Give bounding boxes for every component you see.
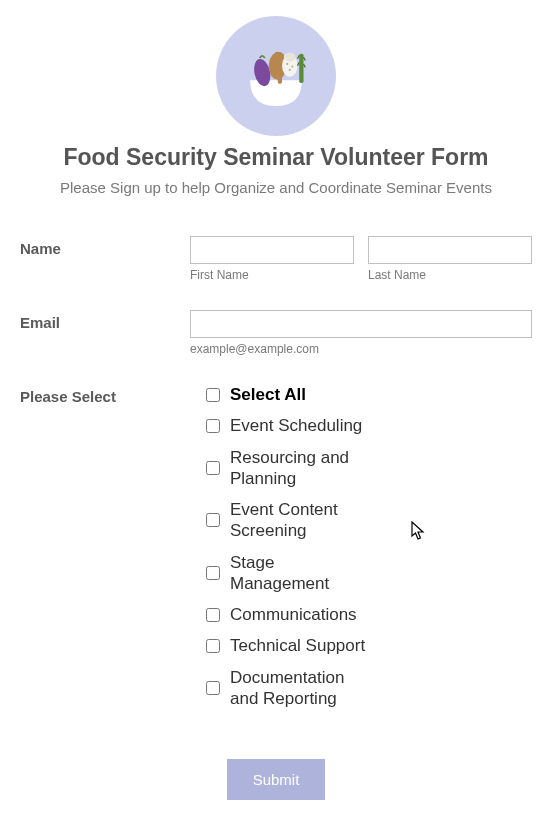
checkbox-row: Documentation and Reporting <box>206 667 532 710</box>
checkbox-row: Select All <box>206 384 532 405</box>
checkbox-option-3[interactable] <box>206 513 220 527</box>
checkbox-option-4[interactable] <box>206 566 220 580</box>
select-field-row: Please Select Select AllEvent Scheduling… <box>20 384 532 719</box>
checkbox-label: Select All <box>230 384 306 405</box>
checkbox-label: Resourcing and Planning <box>230 447 370 490</box>
first-name-input[interactable] <box>190 236 354 264</box>
email-sublabel: example@example.com <box>190 342 532 356</box>
email-field-row: Email example@example.com <box>20 310 532 356</box>
checkbox-row: Event Scheduling <box>206 415 532 436</box>
checkbox-option-5[interactable] <box>206 608 220 622</box>
last-name-sublabel: Last Name <box>368 268 532 282</box>
checkbox-option-0[interactable] <box>206 388 220 402</box>
checkbox-option-6[interactable] <box>206 639 220 653</box>
checkbox-option-1[interactable] <box>206 419 220 433</box>
name-field-row: Name First Name Last Name <box>20 236 532 282</box>
name-label: Name <box>20 236 190 257</box>
submit-button[interactable]: Submit <box>227 759 326 800</box>
svg-rect-1 <box>278 72 282 84</box>
checkbox-row: Event Content Screening <box>206 499 532 542</box>
checkbox-row: Communications <box>206 604 532 625</box>
svg-point-4 <box>286 63 288 65</box>
food-bowl-icon <box>216 16 336 136</box>
checkbox-list: Select AllEvent SchedulingResourcing and… <box>190 384 532 709</box>
checkbox-row: Resourcing and Planning <box>206 447 532 490</box>
checkbox-row: Technical Support <box>206 635 532 656</box>
select-label: Please Select <box>20 384 190 405</box>
checkbox-label: Documentation and Reporting <box>230 667 370 710</box>
email-label: Email <box>20 310 190 331</box>
checkbox-row: Stage Management <box>206 552 532 595</box>
logo-container <box>20 16 532 136</box>
svg-point-3 <box>284 53 296 62</box>
page-title: Food Security Seminar Volunteer Form <box>20 144 532 171</box>
svg-point-6 <box>289 69 291 71</box>
checkbox-label: Event Content Screening <box>230 499 370 542</box>
checkbox-label: Communications <box>230 604 357 625</box>
checkbox-option-2[interactable] <box>206 461 220 475</box>
email-input[interactable] <box>190 310 532 338</box>
svg-point-5 <box>291 65 293 67</box>
first-name-sublabel: First Name <box>190 268 354 282</box>
checkbox-label: Technical Support <box>230 635 365 656</box>
checkbox-label: Stage Management <box>230 552 370 595</box>
last-name-input[interactable] <box>368 236 532 264</box>
checkbox-label: Event Scheduling <box>230 415 362 436</box>
checkbox-option-7[interactable] <box>206 681 220 695</box>
svg-rect-7 <box>299 54 303 83</box>
page-subtitle: Please Sign up to help Organize and Coor… <box>20 179 532 196</box>
